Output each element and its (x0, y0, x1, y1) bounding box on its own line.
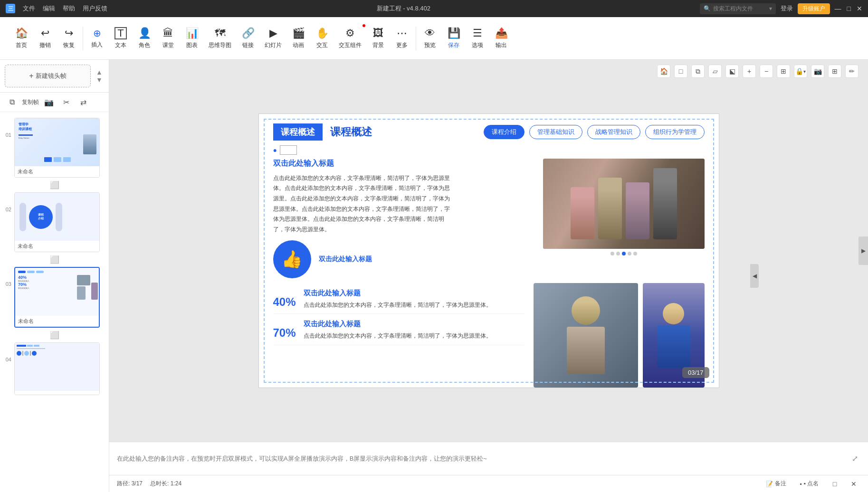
stat2-number[interactable]: 70% (273, 318, 296, 341)
toolbar-mindmap[interactable]: 🗺 思维导图 (204, 23, 236, 53)
canvas-lock-btn[interactable]: 🔒 ▾ (794, 65, 807, 78)
stat2-text[interactable]: 点击此处添加您的文本内容，文字条理清晰，简洁明了，字体为思源里体。 (304, 331, 524, 341)
toolbar-ppt[interactable]: ▶ 幻灯片 (260, 23, 286, 53)
status-close-btn[interactable]: ✕ (847, 477, 860, 491)
tab-course-intro[interactable]: 课程介绍 (484, 125, 525, 139)
notes-button[interactable]: 📝 备注 (762, 478, 790, 489)
stat1-title[interactable]: 双击此处输入标题 (304, 289, 524, 298)
toolbar-bg[interactable]: 🖼 背景 (366, 23, 390, 53)
camera-icon: 📷 (44, 98, 54, 107)
slide-title-box[interactable]: 课程概述 (273, 123, 323, 141)
panel-collapse-button[interactable]: ◀ (750, 264, 759, 288)
slide-title-text[interactable]: 课程概述 (330, 125, 372, 139)
canvas-table-btn[interactable]: ⊞ (828, 65, 841, 78)
canvas-frame-btn[interactable]: □ (674, 65, 687, 78)
canvas-layer-btn[interactable]: ⬕ (725, 65, 739, 78)
crop-button[interactable]: ✂ (59, 95, 73, 109)
canvas-home-btn[interactable]: 🏠 (657, 65, 670, 78)
slide-item-3[interactable]: 03 40% 双击此处输入 70% (0, 265, 109, 330)
canvas-scroll[interactable]: 课程概述 课程概述 课程介绍 管理基础知识 战略管理知识 组织行为学管理 ● (109, 60, 868, 442)
thumbs-up-section: 👍 双击此处输入标题 (273, 240, 534, 278)
new-frame-label: 新建镜头帧 (36, 72, 67, 80)
copy-frame-button[interactable]: ⧉ (5, 95, 19, 109)
canvas-zoom-in-btn[interactable]: + (743, 65, 756, 78)
roll-call-button[interactable]: ▪ ▪ 点名 (796, 478, 822, 489)
toolbar-insert[interactable]: ⊕ 插入 (85, 24, 109, 53)
canvas-copy-btn[interactable]: ⧉ (691, 65, 705, 78)
slide-item-4[interactable]: 04 (0, 341, 109, 397)
toolbar-classroom[interactable]: 🏛 课堂 (156, 23, 180, 53)
team-photo[interactable] (543, 159, 705, 249)
toolbar-redo[interactable]: ↪ 恢复 (57, 23, 81, 53)
slide-nav-arrow: ▶ (858, 237, 868, 265)
canvas-grid-btn[interactable]: ⊞ (777, 65, 790, 78)
toolbar-home[interactable]: 🏠 首页 (10, 23, 33, 53)
upgrade-button[interactable]: 升级账户 (798, 3, 830, 14)
toolbar-link[interactable]: 🔗 链接 (236, 23, 260, 53)
stat1-number[interactable]: 40% (273, 287, 296, 310)
toolbar-save[interactable]: 💾 保存 (442, 23, 466, 53)
thumbs-label[interactable]: 双击此处输入标题 (319, 255, 372, 264)
thumbs-circle[interactable]: 👍 (273, 240, 311, 278)
menu-feedback[interactable]: 用户反馈 (83, 4, 107, 13)
menu-help[interactable]: 帮助 (63, 4, 75, 13)
next-slide-button[interactable]: ▶ (858, 237, 868, 265)
stat1-text[interactable]: 点击此处添加您的文本内容，文字条理清晰，简洁明了，字体为思源里体。 (304, 301, 524, 310)
toolbar-more[interactable]: ⋯ 更多 (390, 23, 414, 53)
stat-row-2: 70% 双击此处输入标题 点击此处添加您的文本内容，文字条理清晰，简洁明了，字体… (273, 314, 524, 345)
chart-label: 图表 (186, 41, 198, 49)
search-icon: 🔍 (704, 5, 711, 12)
minimize-button[interactable]: — (835, 5, 841, 12)
canvas-pen-btn[interactable]: ✏ (845, 65, 858, 78)
camera-button[interactable]: 📷 (42, 95, 56, 109)
toolbar-interact[interactable]: ✋ 交互 (310, 23, 334, 53)
search-box[interactable]: 🔍 搜索工程内文件 ▾ (700, 3, 776, 14)
slide-thumb-4 (15, 343, 100, 391)
toolbar-preview[interactable]: 👁 预览 (418, 23, 442, 53)
toolbar-options[interactable]: ☰ 选项 (466, 23, 489, 53)
classroom-icon: 🏛 (163, 27, 173, 39)
toolbar-undo[interactable]: ↩ 撤销 (33, 23, 57, 53)
slide-num-4: 04 (4, 357, 11, 362)
menu-file[interactable]: 文件 (23, 4, 35, 13)
panel-scroll[interactable]: ▲ ▼ (95, 68, 104, 84)
slide-item-1[interactable]: 01 管理学培训课程 Boby Halster (0, 116, 109, 180)
slide-label-3: 未命名 (15, 316, 99, 327)
slide-canvas: 课程概述 课程概述 课程介绍 管理基础知识 战略管理知识 组织行为学管理 ● (258, 114, 719, 388)
tab-strategy[interactable]: 战略管理知识 (587, 125, 640, 139)
toolbar-chart[interactable]: 📊 图表 (180, 23, 204, 53)
tab-org-behavior[interactable]: 组织行为学管理 (645, 125, 705, 139)
maximize-button[interactable]: □ (847, 5, 851, 12)
body-text[interactable]: 点击此处添加您的文本内容，文字条理清晰，简洁明了，字体为思源里体。点击此处添加您… (273, 173, 454, 235)
status-frame-btn[interactable]: □ (828, 477, 841, 491)
insert-label: 插入 (91, 41, 103, 49)
thumb3-img-1 (77, 275, 90, 285)
stat2-title[interactable]: 双击此处输入标题 (304, 320, 524, 329)
new-frame-button[interactable]: + 新建镜头帧 (5, 65, 91, 87)
comment-input[interactable] (117, 449, 844, 468)
toolbar-text[interactable]: T 文本 (109, 23, 133, 53)
roll-call-icon: ▪ (800, 481, 801, 487)
slide-header: 课程概述 课程概述 课程介绍 管理基础知识 战略管理知识 组织行为学管理 (259, 114, 719, 145)
canvas-photo-btn[interactable]: 📷 (811, 65, 824, 78)
bottom-photo-1[interactable] (534, 283, 638, 388)
toolbar-role[interactable]: 👤 角色 (133, 23, 156, 53)
undo-icon: ↩ (41, 27, 49, 39)
preview-icon: 👁 (425, 27, 435, 39)
swap-button[interactable]: ⇄ (76, 95, 90, 109)
options-icon: ☰ (473, 27, 482, 39)
toolbar-anim[interactable]: 🎬 动画 (286, 23, 310, 53)
slide-item-2[interactable]: 02 课程介绍 未命名 (0, 190, 109, 254)
toolbar-export[interactable]: 📤 输出 (489, 23, 513, 53)
canvas-crop-btn[interactable]: ▱ (708, 65, 722, 78)
subtitle-box[interactable] (280, 145, 297, 155)
menu-edit[interactable]: 编辑 (43, 4, 55, 13)
login-button[interactable]: 登录 (781, 4, 793, 13)
toolbar-interact-comp[interactable]: ⚙ 交互组件 (334, 23, 366, 53)
text-label: 文本 (115, 41, 126, 49)
section-title[interactable]: 双击此处输入标题 (273, 159, 534, 169)
expand-icon[interactable]: ⤢ (849, 453, 860, 464)
tab-mgmt-basics[interactable]: 管理基础知识 (529, 125, 582, 139)
canvas-zoom-out-btn[interactable]: − (760, 65, 773, 78)
close-button[interactable]: ✕ (857, 5, 862, 12)
